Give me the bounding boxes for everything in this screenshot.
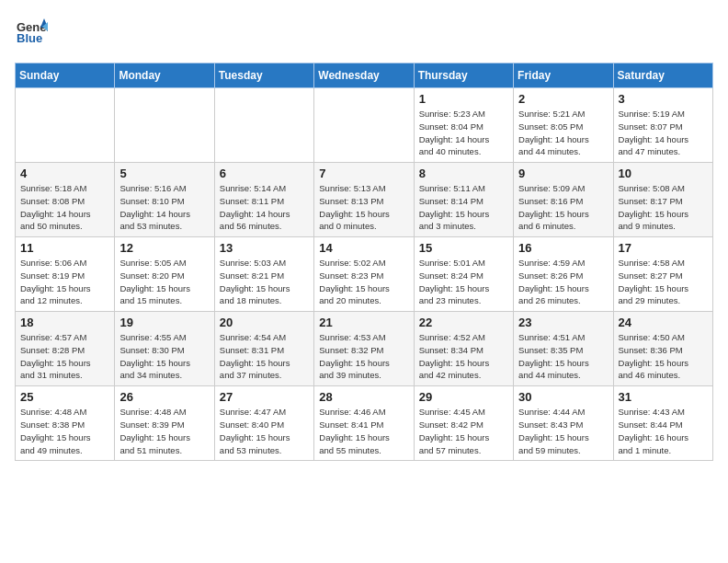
day-info: Sunrise: 4:52 AM Sunset: 8:34 PM Dayligh…: [419, 331, 508, 382]
day-number: 24: [619, 316, 708, 329]
calendar-cell: 9Sunrise: 5:09 AM Sunset: 8:16 PM Daylig…: [514, 163, 613, 237]
day-number: 16: [518, 241, 608, 255]
day-number: 31: [619, 390, 708, 404]
day-info: Sunrise: 4:46 AM Sunset: 8:41 PM Dayligh…: [319, 406, 408, 456]
calendar-table: SundayMondayTuesdayWednesdayThursdayFrid…: [15, 63, 713, 461]
calendar-cell: 16Sunrise: 4:59 AM Sunset: 8:26 PM Dayli…: [514, 237, 613, 312]
calendar-cell: 4Sunrise: 5:18 AM Sunset: 8:08 PM Daylig…: [16, 163, 115, 237]
calendar-cell: 15Sunrise: 5:01 AM Sunset: 8:24 PM Dayli…: [414, 237, 513, 312]
day-info: Sunrise: 5:14 AM Sunset: 8:11 PM Dayligh…: [220, 182, 309, 233]
calendar-cell: 3Sunrise: 5:19 AM Sunset: 8:07 PM Daylig…: [613, 88, 712, 163]
weekday-header-monday: Monday: [115, 63, 214, 88]
weekday-header-tuesday: Tuesday: [214, 63, 313, 88]
calendar-cell: 1Sunrise: 5:23 AM Sunset: 8:04 PM Daylig…: [414, 88, 513, 163]
day-number: 11: [20, 241, 109, 255]
day-number: 1: [419, 92, 508, 106]
calendar-cell: 12Sunrise: 5:05 AM Sunset: 8:20 PM Dayli…: [115, 237, 214, 312]
calendar-week-row: 11Sunrise: 5:06 AM Sunset: 8:19 PM Dayli…: [16, 237, 713, 312]
day-number: 2: [518, 92, 608, 106]
day-number: 28: [319, 390, 408, 404]
day-info: Sunrise: 4:44 AM Sunset: 8:43 PM Dayligh…: [518, 406, 608, 456]
weekday-header-friday: Friday: [514, 63, 613, 88]
calendar-cell: 28Sunrise: 4:46 AM Sunset: 8:41 PM Dayli…: [314, 386, 414, 461]
day-info: Sunrise: 4:48 AM Sunset: 8:39 PM Dayligh…: [119, 406, 209, 456]
page-header: General Blue: [15, 15, 713, 52]
calendar-cell: 13Sunrise: 5:03 AM Sunset: 8:21 PM Dayli…: [214, 237, 313, 312]
day-number: 17: [619, 241, 708, 255]
day-number: 6: [220, 167, 309, 180]
day-info: Sunrise: 4:47 AM Sunset: 8:40 PM Dayligh…: [220, 406, 309, 456]
day-info: Sunrise: 5:01 AM Sunset: 8:24 PM Dayligh…: [419, 257, 508, 307]
calendar-cell: 22Sunrise: 4:52 AM Sunset: 8:34 PM Dayli…: [414, 312, 513, 386]
day-number: 22: [419, 316, 508, 329]
day-number: 4: [20, 167, 109, 180]
day-info: Sunrise: 5:06 AM Sunset: 8:19 PM Dayligh…: [20, 257, 109, 307]
calendar-cell: 7Sunrise: 5:13 AM Sunset: 8:13 PM Daylig…: [314, 163, 414, 237]
day-number: 7: [319, 167, 408, 180]
weekday-header-saturday: Saturday: [613, 63, 712, 88]
calendar-cell: 6Sunrise: 5:14 AM Sunset: 8:11 PM Daylig…: [214, 163, 313, 237]
day-info: Sunrise: 5:16 AM Sunset: 8:10 PM Dayligh…: [119, 182, 209, 233]
day-info: Sunrise: 4:48 AM Sunset: 8:38 PM Dayligh…: [20, 406, 109, 456]
calendar-cell: 29Sunrise: 4:45 AM Sunset: 8:42 PM Dayli…: [414, 386, 513, 461]
calendar-cell: 17Sunrise: 4:58 AM Sunset: 8:27 PM Dayli…: [613, 237, 712, 312]
logo: General Blue: [15, 15, 51, 52]
day-number: 27: [220, 390, 309, 404]
weekday-header-thursday: Thursday: [414, 63, 513, 88]
day-info: Sunrise: 5:23 AM Sunset: 8:04 PM Dayligh…: [419, 108, 508, 158]
day-number: 14: [319, 241, 408, 255]
day-info: Sunrise: 4:57 AM Sunset: 8:28 PM Dayligh…: [20, 331, 109, 382]
calendar-cell: [16, 88, 115, 163]
calendar-cell: 8Sunrise: 5:11 AM Sunset: 8:14 PM Daylig…: [414, 163, 513, 237]
calendar-cell: 2Sunrise: 5:21 AM Sunset: 8:05 PM Daylig…: [514, 88, 613, 163]
day-info: Sunrise: 4:43 AM Sunset: 8:44 PM Dayligh…: [619, 406, 708, 456]
day-info: Sunrise: 4:53 AM Sunset: 8:32 PM Dayligh…: [319, 331, 408, 382]
weekday-header-sunday: Sunday: [16, 63, 115, 88]
day-info: Sunrise: 4:59 AM Sunset: 8:26 PM Dayligh…: [518, 257, 608, 307]
day-number: 23: [518, 316, 608, 329]
logo-icon: General Blue: [15, 15, 48, 48]
calendar-cell: 25Sunrise: 4:48 AM Sunset: 8:38 PM Dayli…: [16, 386, 115, 461]
day-number: 29: [419, 390, 508, 404]
calendar-week-row: 25Sunrise: 4:48 AM Sunset: 8:38 PM Dayli…: [16, 386, 713, 461]
calendar-week-row: 18Sunrise: 4:57 AM Sunset: 8:28 PM Dayli…: [16, 312, 713, 386]
calendar-cell: 24Sunrise: 4:50 AM Sunset: 8:36 PM Dayli…: [613, 312, 712, 386]
calendar-cell: [314, 88, 414, 163]
day-info: Sunrise: 4:51 AM Sunset: 8:35 PM Dayligh…: [518, 331, 608, 382]
calendar-cell: 30Sunrise: 4:44 AM Sunset: 8:43 PM Dayli…: [514, 386, 613, 461]
day-number: 25: [20, 390, 109, 404]
day-number: 19: [119, 316, 209, 329]
day-number: 15: [419, 241, 508, 255]
calendar-cell: 11Sunrise: 5:06 AM Sunset: 8:19 PM Dayli…: [16, 237, 115, 312]
day-number: 12: [119, 241, 209, 255]
day-number: 9: [518, 167, 608, 180]
day-info: Sunrise: 5:09 AM Sunset: 8:16 PM Dayligh…: [518, 182, 608, 233]
svg-text:Blue: Blue: [17, 31, 42, 45]
day-info: Sunrise: 5:21 AM Sunset: 8:05 PM Dayligh…: [518, 108, 608, 158]
day-number: 26: [119, 390, 209, 404]
calendar-cell: [115, 88, 214, 163]
day-info: Sunrise: 5:18 AM Sunset: 8:08 PM Dayligh…: [20, 182, 109, 233]
calendar-cell: 23Sunrise: 4:51 AM Sunset: 8:35 PM Dayli…: [514, 312, 613, 386]
day-info: Sunrise: 5:05 AM Sunset: 8:20 PM Dayligh…: [119, 257, 209, 307]
day-number: 18: [20, 316, 109, 329]
calendar-cell: 5Sunrise: 5:16 AM Sunset: 8:10 PM Daylig…: [115, 163, 214, 237]
day-info: Sunrise: 5:02 AM Sunset: 8:23 PM Dayligh…: [319, 257, 408, 307]
day-number: 10: [619, 167, 708, 180]
day-number: 3: [619, 92, 708, 106]
day-info: Sunrise: 5:13 AM Sunset: 8:13 PM Dayligh…: [319, 182, 408, 233]
day-info: Sunrise: 5:11 AM Sunset: 8:14 PM Dayligh…: [419, 182, 508, 233]
day-info: Sunrise: 4:54 AM Sunset: 8:31 PM Dayligh…: [220, 331, 309, 382]
calendar-cell: 14Sunrise: 5:02 AM Sunset: 8:23 PM Dayli…: [314, 237, 414, 312]
day-number: 13: [220, 241, 309, 255]
calendar-week-row: 4Sunrise: 5:18 AM Sunset: 8:08 PM Daylig…: [16, 163, 713, 237]
day-number: 21: [319, 316, 408, 329]
calendar-cell: 18Sunrise: 4:57 AM Sunset: 8:28 PM Dayli…: [16, 312, 115, 386]
calendar-cell: 27Sunrise: 4:47 AM Sunset: 8:40 PM Dayli…: [214, 386, 313, 461]
day-info: Sunrise: 5:03 AM Sunset: 8:21 PM Dayligh…: [220, 257, 309, 307]
day-info: Sunrise: 4:50 AM Sunset: 8:36 PM Dayligh…: [619, 331, 708, 382]
calendar-cell: 26Sunrise: 4:48 AM Sunset: 8:39 PM Dayli…: [115, 386, 214, 461]
calendar-cell: 21Sunrise: 4:53 AM Sunset: 8:32 PM Dayli…: [314, 312, 414, 386]
calendar-cell: 20Sunrise: 4:54 AM Sunset: 8:31 PM Dayli…: [214, 312, 313, 386]
day-number: 20: [220, 316, 309, 329]
